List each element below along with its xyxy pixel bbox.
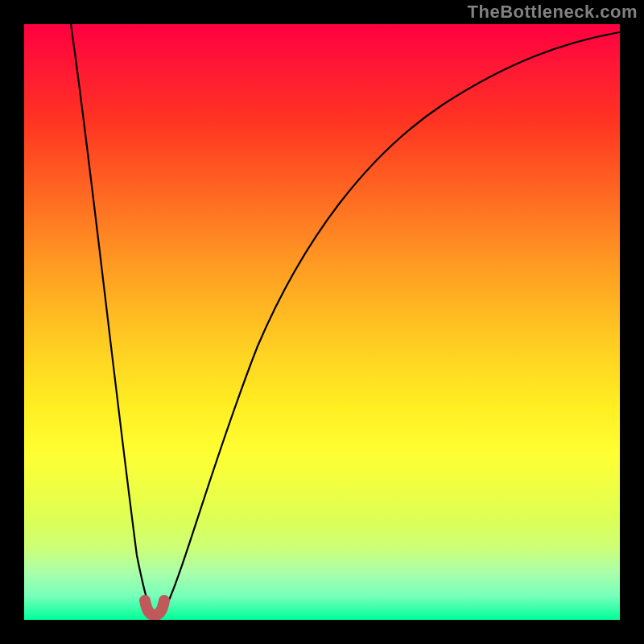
- chart-frame: TheBottleneck.com: [0, 0, 644, 644]
- plot-area: [24, 24, 620, 620]
- curve-svg: [24, 24, 620, 620]
- bottleneck-curve: [71, 24, 620, 615]
- attribution-text: TheBottleneck.com: [468, 2, 638, 23]
- minimum-marker: [145, 601, 164, 615]
